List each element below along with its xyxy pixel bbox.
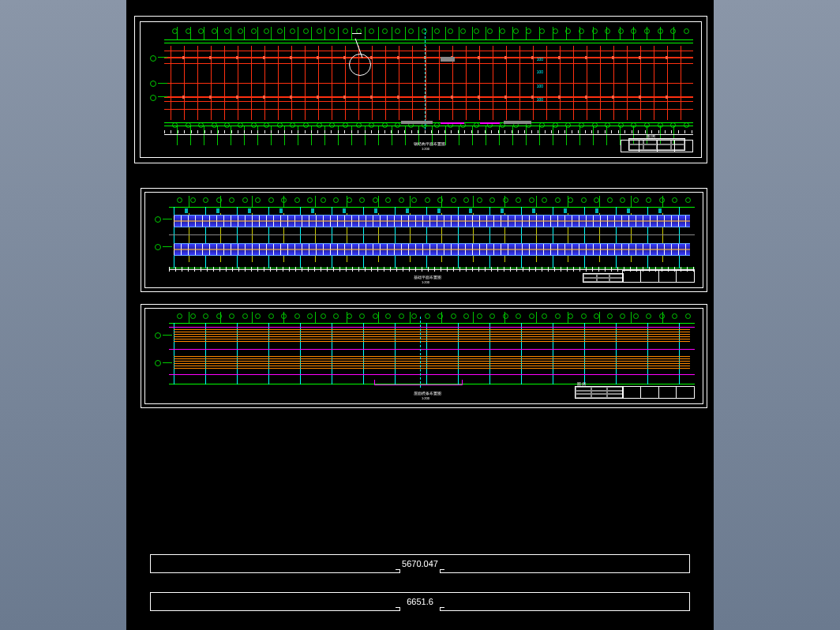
dim-tick — [485, 130, 486, 133]
dim-tick — [324, 130, 325, 133]
dim-tick — [512, 130, 512, 133]
column-labels — [174, 208, 690, 213]
plan-scale: 1:200 — [422, 280, 429, 284]
dim-tick — [572, 130, 572, 133]
dimension-value: 6651.6 — [407, 597, 433, 606]
dim-tick — [632, 130, 632, 133]
dim-tick — [665, 130, 666, 133]
dim-tick — [471, 130, 472, 133]
dim-tick — [344, 130, 345, 133]
dim-tick — [191, 130, 192, 133]
eave-line — [169, 327, 695, 328]
purlin-strip-top — [174, 329, 690, 343]
dim-tick — [224, 130, 225, 133]
plan-title: 屋面檩条布置图 — [414, 391, 441, 396]
frame-line — [164, 39, 693, 40]
dimension-ticks — [169, 267, 695, 272]
cad-viewport[interactable]: 100 100 100 100 钢结构平面布置图 1:200 图 例 — [126, 0, 714, 630]
dim-text: 100 — [537, 57, 543, 62]
title-block — [621, 140, 693, 152]
dim-tick — [684, 130, 685, 133]
overall-dimension-bar-1: 5670.047 — [150, 554, 690, 573]
dimension-value: 5670.047 — [402, 559, 438, 568]
dim-tick — [538, 130, 538, 133]
dim-tick — [358, 130, 358, 133]
detail-callout-circle[interactable] — [349, 54, 371, 76]
dim-tick — [197, 130, 198, 133]
annotation-segment — [504, 121, 531, 124]
centerline — [420, 317, 422, 388]
dim-tick — [605, 130, 606, 133]
title-block — [622, 270, 695, 283]
tie-line — [169, 234, 695, 235]
grid-leaders — [171, 27, 687, 39]
dim-tick — [178, 130, 178, 133]
dim-tick — [658, 130, 659, 133]
drawing-sheet-2[interactable]: 基础平面布置图 1:200 — [141, 188, 707, 292]
drawing-sheet-3[interactable]: 屋面檩条布置图 1:200 图 例 — [141, 304, 707, 408]
beam-arrows — [171, 56, 687, 59]
callout-leader — [352, 33, 362, 34]
dim-tick — [218, 130, 219, 133]
dim-notch — [399, 570, 441, 573]
dim-tick — [244, 130, 245, 133]
annotation-segment — [480, 122, 500, 124]
dim-tick — [391, 130, 392, 133]
dim-tick — [558, 130, 559, 133]
dim-text: 100 — [537, 97, 543, 102]
dim-tick — [498, 130, 499, 133]
beam-arrows — [171, 96, 687, 99]
plan-body — [164, 39, 693, 126]
dim-tick — [591, 130, 592, 133]
foundation-detail — [174, 220, 690, 222]
sheet-border: 屋面檩条布置图 1:200 图 例 — [144, 308, 703, 404]
dim-tick — [317, 130, 318, 133]
dim-tick — [384, 130, 385, 133]
dim-tick — [431, 130, 432, 133]
dim-tick — [551, 130, 552, 133]
dim-tick — [278, 130, 279, 133]
plan-title: 基础平面布置图 — [414, 275, 441, 279]
frame-line — [164, 43, 693, 43]
dim-tick — [338, 130, 339, 133]
foundation-strip-bot — [174, 243, 690, 256]
dim-tick — [264, 130, 265, 133]
dim-tick — [305, 130, 306, 133]
dim-tick — [598, 130, 598, 133]
purlin-strip-bot — [174, 356, 690, 370]
dim-tick — [611, 130, 612, 133]
dim-tick — [564, 130, 565, 133]
centerline — [425, 28, 426, 133]
dim-tick — [518, 130, 519, 133]
legend-table — [583, 273, 624, 283]
dim-tick — [251, 130, 252, 133]
dim-tick — [438, 130, 439, 133]
dim-tick — [464, 130, 465, 133]
row-grid-marks — [163, 323, 172, 384]
dim-tick — [291, 130, 292, 133]
drawing-sheet-1[interactable]: 100 100 100 100 钢结构平面布置图 1:200 图 例 — [134, 16, 707, 163]
dim-tick — [411, 130, 412, 133]
dim-tick — [478, 130, 478, 133]
dim-tick — [404, 130, 405, 133]
eave-line — [169, 374, 695, 375]
dim-tick — [645, 130, 646, 133]
ridge-line — [169, 349, 695, 350]
dim-tick — [204, 130, 205, 133]
dim-tick — [331, 130, 332, 133]
section-step — [374, 380, 463, 385]
plan-scale: 1:200 — [422, 396, 429, 400]
row-grid-marks — [158, 39, 167, 126]
dim-tick — [451, 130, 452, 133]
dim-tick — [504, 130, 505, 133]
dim-text: 100 — [537, 84, 543, 88]
dimension-line — [164, 134, 693, 135]
dim-tick — [271, 130, 272, 133]
grid-leaders — [174, 196, 690, 207]
dim-tick — [164, 130, 165, 133]
plan-body — [169, 207, 695, 268]
dim-tick — [184, 130, 185, 133]
title-block — [622, 386, 695, 399]
dim-tick — [671, 130, 672, 133]
dim-tick — [624, 130, 625, 133]
